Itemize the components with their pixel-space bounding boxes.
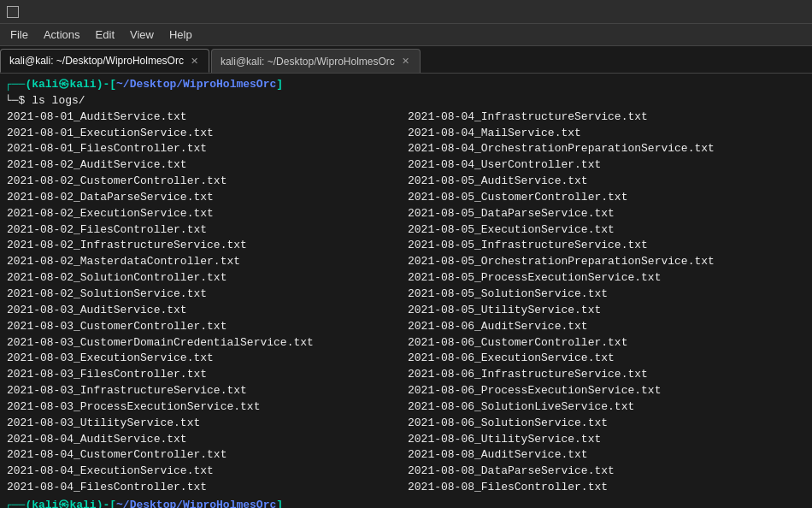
file-listing: 2021-08-01_AuditService.txt2021-08-01_Ex… xyxy=(5,109,807,496)
file-entry: 2021-08-03_UtilityService.txt xyxy=(5,416,406,432)
file-entry: 2021-08-05_DataParseService.txt xyxy=(406,206,807,222)
maximize-button[interactable] xyxy=(757,0,781,24)
file-entry: 2021-08-05_UtilityService.txt xyxy=(406,303,807,319)
file-entry: 2021-08-02_FilesController.txt xyxy=(5,222,406,239)
menu-item-file[interactable]: File xyxy=(3,27,35,43)
bracket-open-2: ┌──( xyxy=(5,498,32,508)
prompt-user-1: kali㉿kali xyxy=(32,77,96,93)
file-entry: 2021-08-02_InfrastructureService.txt xyxy=(5,238,406,254)
tab-bar: kali@kali: ~/Desktop/WiproHolmesOrc✕kali… xyxy=(0,46,812,74)
file-entry: 2021-08-01_AuditService.txt xyxy=(5,109,406,126)
file-entry: 2021-08-03_CustomerController.txt xyxy=(5,319,406,335)
tab-1[interactable]: kali@kali: ~/Desktop/WiproHolmesOrc✕ xyxy=(211,49,421,73)
terminal-area[interactable]: ┌──(kali㉿kali)-[~/Desktop/WiproHolmesOrc… xyxy=(0,74,812,508)
title-bar xyxy=(0,0,812,24)
file-entry: 2021-08-06_ProcessExecutionService.txt xyxy=(406,383,807,399)
bracket-close-2: )-[ xyxy=(97,498,116,508)
file-entry: 2021-08-06_CustomerController.txt xyxy=(406,335,807,351)
file-entry: 2021-08-08_DataParseService.txt xyxy=(406,464,807,480)
file-entry: 2021-08-06_ExecutionService.txt xyxy=(406,351,807,367)
bottom-section: ┌──(kali㉿kali)-[~/Desktop/WiproHolmesOrc… xyxy=(5,498,807,508)
menu-item-actions[interactable]: Actions xyxy=(37,27,87,43)
file-entry: 2021-08-04_ExecutionService.txt xyxy=(5,464,406,480)
bracket-close-1: )-[ xyxy=(97,77,116,93)
title-bar-left xyxy=(7,6,24,18)
file-entry: 2021-08-08_AuditService.txt xyxy=(406,447,807,464)
bracket-open-1: ┌──( xyxy=(5,77,32,93)
prompt-path-end-1: ] xyxy=(276,77,283,93)
file-entry: 2021-08-04_MailService.txt xyxy=(406,126,807,142)
prompt-line-1: ┌──(kali㉿kali)-[~/Desktop/WiproHolmesOrc… xyxy=(5,77,807,93)
file-entry: 2021-08-04_UserController.txt xyxy=(406,157,807,174)
prompt-dollar-1: └─$ xyxy=(5,93,25,109)
prompt-user-2: kali㉿kali xyxy=(32,498,96,508)
file-entry: 2021-08-03_ProcessExecutionService.txt xyxy=(5,399,406,416)
tab-label-1: kali@kali: ~/Desktop/WiproHolmesOrc xyxy=(221,56,395,68)
file-entry: 2021-08-02_AuditService.txt xyxy=(5,157,406,174)
tab-0[interactable]: kali@kali: ~/Desktop/WiproHolmesOrc✕ xyxy=(0,49,209,73)
file-entry: 2021-08-03_AuditService.txt xyxy=(5,303,406,319)
file-entry: 2021-08-05_SolutionService.txt xyxy=(406,286,807,303)
window-icon xyxy=(7,6,19,18)
file-entry: 2021-08-03_InfrastructureService.txt xyxy=(5,383,406,399)
menu-item-help[interactable]: Help xyxy=(162,27,199,43)
prompt-command-1: ls logs/ xyxy=(25,93,85,109)
tab-label-0: kali@kali: ~/Desktop/WiproHolmesOrc xyxy=(9,55,184,67)
prompt-path-end-2: ] xyxy=(276,498,283,508)
file-entry: 2021-08-04_AuditService.txt xyxy=(5,432,406,448)
file-entry: 2021-08-05_ProcessExecutionService.txt xyxy=(406,270,807,286)
file-entry: 2021-08-06_InfrastructureService.txt xyxy=(406,367,807,383)
file-entry: 2021-08-01_ExecutionService.txt xyxy=(5,126,406,142)
menu-bar: FileActionsEditViewHelp xyxy=(0,24,812,46)
file-entry: 2021-08-02_SolutionService.txt xyxy=(5,286,406,303)
file-entry: 2021-08-06_AuditService.txt xyxy=(406,319,807,335)
close-button[interactable] xyxy=(781,0,805,24)
file-entry: 2021-08-06_SolutionLiveService.txt xyxy=(406,399,807,416)
file-col-right: 2021-08-04_InfrastructureService.txt2021… xyxy=(406,109,807,496)
file-entry: 2021-08-03_CustomerDomainCredentialServi… xyxy=(5,335,406,351)
title-bar-controls xyxy=(733,0,805,24)
file-entry: 2021-08-06_SolutionService.txt xyxy=(406,416,807,432)
menu-item-view[interactable]: View xyxy=(123,27,161,43)
file-entry: 2021-08-02_CustomerController.txt xyxy=(5,174,406,190)
file-entry: 2021-08-03_ExecutionService.txt xyxy=(5,351,406,367)
tab-close-1[interactable]: ✕ xyxy=(402,56,409,67)
file-entry: 2021-08-05_InfrastructureService.txt xyxy=(406,238,807,254)
prompt-path-1: ~/Desktop/WiproHolmesOrc xyxy=(116,77,276,93)
file-entry: 2021-08-02_DataParseService.txt xyxy=(5,190,406,206)
file-entry: 2021-08-04_CustomerController.txt xyxy=(5,447,406,464)
file-entry: 2021-08-04_OrchestrationPreparationServi… xyxy=(406,141,807,157)
file-entry: 2021-08-08_FilesController.txt xyxy=(406,480,807,496)
file-entry: 2021-08-06_UtilityService.txt xyxy=(406,432,807,448)
tab-close-0[interactable]: ✕ xyxy=(191,56,198,67)
file-entry: 2021-08-02_SolutionController.txt xyxy=(5,270,406,286)
file-entry: 2021-08-05_ExecutionService.txt xyxy=(406,222,807,239)
file-entry: 2021-08-04_InfrastructureService.txt xyxy=(406,109,807,126)
file-col-left: 2021-08-01_AuditService.txt2021-08-01_Ex… xyxy=(5,109,406,496)
prompt-dollar-line-1: └─$ ls logs/ xyxy=(5,93,807,109)
file-entry: 2021-08-05_CustomerController.txt xyxy=(406,190,807,206)
file-entry: 2021-08-05_AuditService.txt xyxy=(406,174,807,190)
prompt-path-2: ~/Desktop/WiproHolmesOrc xyxy=(116,498,276,508)
menu-item-edit[interactable]: Edit xyxy=(89,27,121,43)
file-entry: 2021-08-05_OrchestrationPreparationServi… xyxy=(406,254,807,270)
minimize-button[interactable] xyxy=(733,0,757,24)
file-entry: 2021-08-02_ExecutionService.txt xyxy=(5,206,406,222)
file-entry: 2021-08-02_MasterdataController.txt xyxy=(5,254,406,270)
prompt-line-2: ┌──(kali㉿kali)-[~/Desktop/WiproHolmesOrc… xyxy=(5,498,807,508)
file-entry: 2021-08-03_FilesController.txt xyxy=(5,367,406,383)
file-entry: 2021-08-04_FilesController.txt xyxy=(5,480,406,496)
file-entry: 2021-08-01_FilesController.txt xyxy=(5,141,406,157)
